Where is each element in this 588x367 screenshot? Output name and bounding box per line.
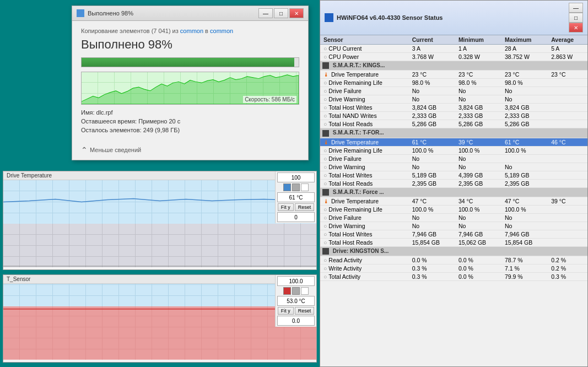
- table-row[interactable]: ○Total Host Writes 3,824 GB 3,824 GB 3,8…: [320, 104, 587, 112]
- file-name-info: Имя: dlc.rpf: [81, 109, 299, 116]
- t-sensor-fit-y-button[interactable]: Fit y: [278, 307, 294, 315]
- table-row[interactable]: ○Drive Remaining Life 100.0 % 100.0 % 10…: [320, 206, 587, 214]
- table-row[interactable]: 🌡Drive Temperature 23 °C 23 °C 23 °C 23 …: [320, 71, 587, 79]
- row-average: [548, 222, 587, 230]
- less-info-button[interactable]: ⌃ Меньше сведений: [81, 145, 141, 154]
- table-row[interactable]: 🌡Drive Temperature 47 °C 34 °C 47 °C 39 …: [320, 197, 587, 206]
- table-header: Sensor Current Minimum Maximum Average: [320, 35, 587, 45]
- row-current: No: [409, 214, 455, 222]
- table-row[interactable]: ○Total Host Writes 5,189 GB 4,399 GB 5,1…: [320, 171, 587, 179]
- row-minimum: 100.0 %: [455, 206, 501, 214]
- row-current: 0.0 %: [409, 256, 455, 265]
- table-row[interactable]: ○CPU Current 3 A 1 A 28 A 5 A: [320, 45, 587, 53]
- chart-line-gray: [3, 224, 316, 267]
- dialog-title-text: Выполнено 98%: [88, 10, 133, 17]
- table-row[interactable]: ○Drive Failure No No: [320, 154, 587, 163]
- row-minimum: 39 °C: [455, 138, 501, 146]
- dest-link[interactable]: common: [210, 28, 233, 34]
- row-sensor-name: ○Total Host Writes: [320, 230, 409, 239]
- copy-subtitle: Копирование элементов (7 041) из common …: [81, 28, 299, 34]
- reset-button[interactable]: Reset: [295, 203, 315, 211]
- row-current: 3.768 W: [409, 53, 455, 61]
- drive-icon: [322, 62, 329, 69]
- row-sensor-name: ○Drive Remaining Life: [320, 206, 409, 214]
- color-box-blue: [283, 184, 291, 191]
- hwinfo-icon: [325, 13, 333, 22]
- hwinfo-maximize-button[interactable]: □: [569, 13, 583, 23]
- col-current: Current: [409, 35, 455, 45]
- row-average: 23 °C: [548, 71, 587, 79]
- hwinfo-scroll-area[interactable]: Sensor Current Minimum Maximum Average ○…: [320, 35, 587, 344]
- table-row[interactable]: ○Total Activity 0.3 % 0.0 % 79.9 % 0.3 %: [320, 273, 587, 281]
- table-row[interactable]: ○Drive Warning No No No: [320, 95, 587, 104]
- fit-y-button[interactable]: Fit y: [278, 203, 294, 211]
- row-maximum: No: [501, 95, 548, 104]
- row-sensor-name: ○Total Host Reads: [320, 120, 409, 128]
- row-average: [548, 120, 587, 128]
- row-sensor-name: ○Drive Failure: [320, 214, 409, 222]
- row-minimum: No: [455, 95, 501, 104]
- table-row[interactable]: ○CPU Power 3.768 W 0.328 W 38.752 W 2.86…: [320, 53, 587, 61]
- table-row[interactable]: ○Total Host Writes 7,946 GB 7,946 GB 7,9…: [320, 230, 587, 239]
- row-maximum: No: [501, 163, 548, 171]
- row-average: [548, 87, 587, 95]
- drive-temp-chart-inner: 100 61 °C Fit y Reset 0: [3, 180, 316, 267]
- row-sensor-name: ○Drive Warning: [320, 95, 409, 104]
- table-row[interactable]: ○Drive Remaining Life 100.0 % 100.0 % 10…: [320, 146, 587, 154]
- table-row[interactable]: ○Drive Failure No No No: [320, 87, 587, 95]
- table-row[interactable]: ○Total Host Reads 15,854 GB 15,062 GB 15…: [320, 239, 587, 247]
- drive-temp-chart-title: Drive Temperature: [3, 171, 316, 180]
- row-minimum: 23 °C: [455, 71, 501, 79]
- drive-temp-chart-controls: 100 61 °C Fit y Reset 0: [275, 171, 316, 223]
- table-row[interactable]: ○Total Host Reads 5,286 GB 5,286 GB 5,28…: [320, 120, 587, 128]
- table-row[interactable]: ○Drive Remaining Life 98.0 % 98.0 % 98.0…: [320, 79, 587, 87]
- dialog-maximize-button[interactable]: □: [274, 8, 288, 18]
- less-info-label: Меньше сведений: [90, 147, 141, 153]
- color-box-red: [283, 287, 291, 295]
- row-average: [548, 154, 587, 163]
- row-maximum: 2,333 GB: [501, 112, 548, 120]
- row-current: No: [409, 154, 455, 163]
- dialog-title-bar: Выполнено 98% — □ ✕: [72, 6, 308, 21]
- less-info-icon: ⌃: [81, 145, 88, 154]
- row-current: 5,286 GB: [409, 120, 455, 128]
- row-sensor-name: ○Total NAND Writes: [320, 112, 409, 120]
- table-row[interactable]: ○Write Activity 0.3 % 0.0 % 7.1 % 0.2 %: [320, 265, 587, 273]
- source-link[interactable]: common: [180, 28, 203, 34]
- t-sensor-chart-inner: 100.0 53.0 °C Fit y Reset 0.0: [3, 284, 316, 360]
- hwinfo-title-bar: HWiNFO64 v6.40-4330 Sensor Status — □ ✕: [320, 1, 587, 35]
- table-row[interactable]: ○Total NAND Writes 2,333 GB 2,333 GB 2,3…: [320, 112, 587, 120]
- t-sensor-reset-button[interactable]: Reset: [295, 307, 315, 315]
- table-row[interactable]: ○Total Host Reads 2,395 GB 2,395 GB 2,39…: [320, 179, 587, 187]
- hwinfo-title-text: HWiNFO64 v6.40-4330 Sensor Status: [337, 14, 443, 21]
- row-maximum: 28 A: [501, 45, 548, 53]
- t-sensor-chart: T_Sensor 100.0 53.0 °C Fit y Reset: [3, 274, 317, 363]
- row-minimum: 0.0 %: [455, 256, 501, 265]
- time-left-info: Оставшееся время: Примерно 20 с: [81, 118, 299, 125]
- row-minimum: 100.0 %: [455, 146, 501, 154]
- hwinfo-minimize-button[interactable]: —: [569, 3, 583, 13]
- dialog-minimize-button[interactable]: —: [258, 8, 273, 18]
- table-header-row: Sensor Current Minimum Maximum Average: [320, 35, 587, 45]
- table-row[interactable]: ○Drive Warning No No No: [320, 222, 587, 230]
- table-row[interactable]: ○Drive Failure No No No: [320, 214, 587, 222]
- section-header-row: S.M.A.R.T.: KINGS...: [320, 61, 587, 71]
- row-minimum: 4,399 GB: [455, 171, 501, 179]
- table-row[interactable]: 🌡Drive Temperature 61 °C 39 °C 61 °C 46 …: [320, 138, 587, 146]
- row-sensor-name: 🌡Drive Temperature: [320, 138, 409, 146]
- t-sensor-line: [3, 306, 316, 360]
- t-sensor-btn-row: Fit y Reset: [278, 307, 315, 315]
- row-minimum: No: [455, 222, 501, 230]
- hwinfo-close-button[interactable]: ✕: [569, 23, 583, 33]
- table-row[interactable]: ○Read Activity 0.0 % 0.0 % 78.7 % 0.2 %: [320, 256, 587, 265]
- row-current: 0.3 %: [409, 273, 455, 281]
- table-row[interactable]: ○Drive Warning No No No: [320, 163, 587, 171]
- dialog-close-button[interactable]: ✕: [289, 8, 304, 18]
- row-current: 2,395 GB: [409, 179, 455, 187]
- row-current: 100.0 %: [409, 146, 455, 154]
- row-maximum: 7.1 %: [501, 265, 548, 273]
- col-sensor: Sensor: [320, 35, 409, 45]
- section-header-row: Drive: KINGSTON S...: [320, 247, 587, 256]
- row-sensor-name: ○CPU Power: [320, 53, 409, 61]
- row-average: [548, 230, 587, 239]
